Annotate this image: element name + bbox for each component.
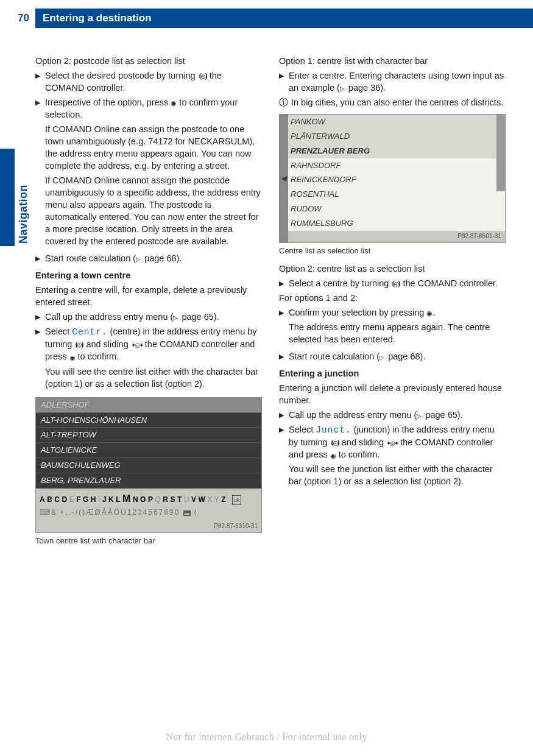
list-row: RUDOW bbox=[280, 202, 505, 216]
step-text: Start route calculation ( page 68). bbox=[45, 252, 262, 264]
controller-press-icon bbox=[330, 450, 336, 461]
step: ▶ Select Junct. (junction) in the addres… bbox=[279, 423, 506, 490]
figure-caption: Centre list as selection list bbox=[279, 246, 506, 256]
step: ▶ Irrespective of the option, press to c… bbox=[35, 96, 262, 250]
list-row: ADLERSHOF bbox=[36, 398, 261, 413]
option1-heading: Option 1: centre list with character bar bbox=[279, 55, 506, 67]
character-bar: ABCDEFGHIJKLMNOPQRSTUVWXYZ ok ⌨&'+,.-/()… bbox=[36, 489, 261, 521]
step: ▶ Select Centr. (centre) in the address … bbox=[35, 325, 262, 392]
figure-centre-selection: PANKOW PLÄNTERWALD ◀ PRENZLAUER BERG RAH… bbox=[279, 114, 506, 243]
controller-slide-icon bbox=[131, 339, 143, 350]
step-text: Select Junct. (junction) in the address … bbox=[289, 423, 506, 490]
controller-press-icon bbox=[426, 308, 432, 319]
scroll-left-icon: ◀ bbox=[280, 115, 288, 242]
step-bullet-icon: ▶ bbox=[279, 277, 289, 289]
step-bullet-icon: ▶ bbox=[35, 69, 45, 94]
chapter-title: Entering a destination bbox=[35, 9, 533, 28]
step-text: Enter a centre. Entering characters usin… bbox=[289, 69, 506, 94]
subheading-junction: Entering a junction bbox=[279, 367, 506, 380]
step-text: Select the desired postcode by turning t… bbox=[45, 69, 262, 94]
controller-press-icon bbox=[69, 352, 76, 363]
scrollbar bbox=[496, 115, 505, 191]
option2-heading: Option 2: postcode list as selection lis… bbox=[35, 55, 262, 67]
step-bullet-icon: ▶ bbox=[279, 423, 289, 490]
info-note: ⓘ In big cities, you can also enter the … bbox=[279, 96, 506, 109]
list-row: ALT-TREPTOW bbox=[36, 428, 261, 443]
controller-turn-icon bbox=[330, 437, 339, 448]
step: ▶ Select the desired postcode by turning… bbox=[35, 69, 262, 94]
right-column: Option 1: centre list with character bar… bbox=[279, 55, 506, 553]
figure-centre-charbar: ADLERSHOF ALT-HOHENSCHÖNHAUSEN ALT-TREPT… bbox=[35, 397, 262, 533]
info-icon: ⓘ bbox=[279, 96, 291, 109]
step-text: Start route calculation ( page 68). bbox=[289, 350, 506, 362]
list-row: REINICKENDORF bbox=[280, 172, 505, 187]
step: ▶ Call up the address entry menu ( page … bbox=[279, 409, 506, 421]
page-header: 70 Entering a destination bbox=[0, 9, 533, 28]
flag-icon: ▬ bbox=[183, 510, 191, 516]
step: ▶ Call up the address entry menu ( page … bbox=[35, 311, 262, 323]
step-bullet-icon: ▶ bbox=[279, 350, 289, 362]
controller-turn-icon bbox=[198, 71, 207, 82]
step: ▶ Start route calculation ( page 68). bbox=[279, 350, 506, 362]
subheading-town-centre: Entering a town centre bbox=[35, 269, 262, 281]
list-row: ROSENTHAL bbox=[280, 187, 505, 202]
paragraph: Entering a junction will delete a previo… bbox=[279, 382, 506, 406]
paragraph: Entering a centre will, for example, del… bbox=[35, 284, 262, 308]
step-text: Call up the address entry menu ( page 65… bbox=[289, 409, 506, 421]
figure-list: ADLERSHOF ALT-HOHENSCHÖNHAUSEN ALT-TREPT… bbox=[36, 398, 261, 489]
step: ▶ Confirm your selection by pressing . T… bbox=[279, 306, 506, 348]
page-number: 70 bbox=[0, 9, 35, 28]
side-tab bbox=[0, 149, 15, 246]
step-text: Select a centre by turning the COMAND co… bbox=[289, 277, 506, 289]
info-text: In big cities, you can also enter the ce… bbox=[291, 96, 503, 109]
paragraph: For options 1 and 2: bbox=[279, 292, 506, 304]
back-icon: ⟨ bbox=[194, 508, 198, 517]
step-bullet-icon: ▶ bbox=[279, 69, 289, 94]
ok-button-icon: ok bbox=[232, 495, 242, 505]
xref-icon bbox=[173, 312, 179, 322]
xref-icon bbox=[340, 83, 346, 93]
controller-press-icon bbox=[171, 97, 177, 108]
step-text: Select Centr. (centre) in the address en… bbox=[45, 325, 262, 392]
list-row: ALTGLIENICKE bbox=[36, 443, 261, 458]
content-area: Option 2: postcode list as selection lis… bbox=[0, 28, 533, 553]
step-text: Irrespective of the option, press to con… bbox=[45, 96, 262, 250]
figure-caption: Town centre list with character bar bbox=[35, 535, 262, 546]
step-bullet-icon: ▶ bbox=[35, 96, 45, 250]
list-row-selected: ◀ PRENZLAUER BERG bbox=[280, 144, 505, 158]
left-column: Option 2: postcode list as selection lis… bbox=[35, 55, 262, 553]
step-bullet-icon: ▶ bbox=[279, 409, 289, 421]
controller-slide-icon bbox=[386, 437, 398, 448]
list-row: RUMMELSBURG bbox=[280, 216, 505, 231]
xref-icon bbox=[379, 352, 386, 361]
step-bullet-icon: ▶ bbox=[35, 325, 45, 392]
menu-label-junct: Junct. bbox=[316, 425, 351, 435]
controller-turn-icon bbox=[391, 278, 400, 289]
controller-turn-icon bbox=[74, 339, 83, 350]
step: ▶ Select a centre by turning the COMAND … bbox=[279, 277, 506, 289]
step-bullet-icon: ▶ bbox=[35, 311, 45, 323]
figure-id: P82.87-5310-31 bbox=[36, 521, 261, 532]
list-row: ALT-HOHENSCHÖNHAUSEN bbox=[36, 413, 261, 428]
list-row: RAHNSDORF bbox=[280, 158, 505, 173]
step-bullet-icon: ▶ bbox=[279, 306, 289, 348]
xref-icon bbox=[136, 253, 142, 263]
list-row: PLÄNTERWALD bbox=[280, 129, 505, 144]
list-row: PANKOW bbox=[280, 115, 505, 129]
list-row: BAUMSCHULENWEG bbox=[36, 458, 261, 473]
option2-heading: Option 2: centre list as a selection lis… bbox=[279, 263, 506, 275]
step-text: Call up the address entry menu ( page 65… bbox=[45, 311, 262, 323]
section-label: Navigation bbox=[16, 185, 31, 244]
figure-id: P82.87-6501-31 bbox=[280, 231, 505, 242]
step: ▶ Start route calculation ( page 68). bbox=[35, 252, 262, 264]
menu-label-centr: Centr. bbox=[72, 327, 107, 337]
step-bullet-icon: ▶ bbox=[35, 252, 45, 264]
xref-icon bbox=[417, 410, 423, 420]
footer-watermark: Nur für internen Gebrauch / For internal… bbox=[0, 730, 533, 744]
step: ▶ Enter a centre. Entering characters us… bbox=[279, 69, 506, 94]
step-text: Confirm your selection by pressing . The… bbox=[289, 306, 506, 348]
figure-list: PANKOW PLÄNTERWALD ◀ PRENZLAUER BERG RAH… bbox=[280, 115, 505, 231]
list-row: BERG, PRENZLAUER bbox=[36, 473, 261, 489]
